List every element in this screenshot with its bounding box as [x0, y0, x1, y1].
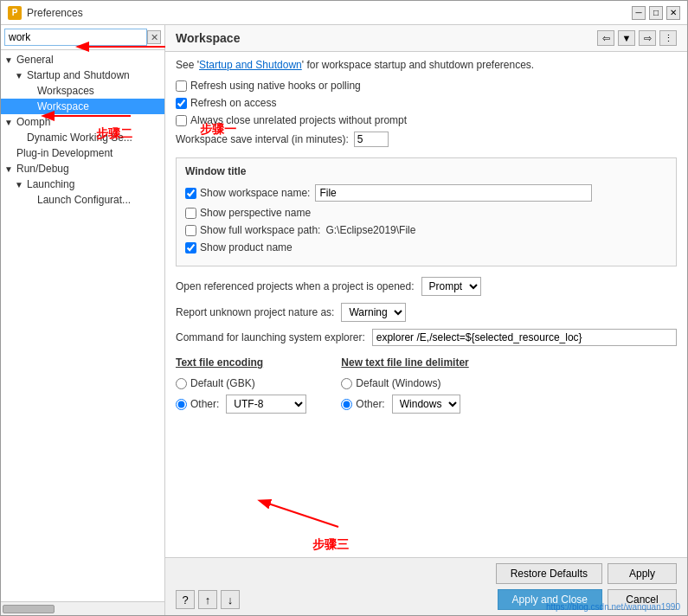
sidebar: ✕ ▼General ▼Startup and Shutdown Workspa…	[1, 25, 165, 615]
show-full-path-checkbox[interactable]	[185, 225, 196, 236]
workspace-name-input[interactable]	[315, 184, 592, 202]
close-unrelated-checkbox[interactable]	[176, 115, 187, 126]
minimize-button[interactable]: ─	[632, 6, 646, 20]
encoding-other-select[interactable]: UTF-8 UTF-16 ISO-8859-1 US-ASCII	[226, 395, 306, 414]
encoding-default-radio[interactable]	[176, 378, 187, 389]
nav-dropdown[interactable]: ▼	[618, 30, 635, 46]
panel-header: Workspace ⇦ ▼ ⇨ ⋮	[165, 25, 687, 52]
line-delimiter-group: New text file line delimiter Default (Wi…	[341, 356, 468, 414]
expand-icon: ▼	[15, 180, 27, 189]
close-unrelated-row: Always close unrelated projects without …	[176, 114, 677, 126]
delimiter-other-row: Other: Windows Unix Mac	[341, 395, 468, 414]
panel-title: Workspace	[176, 31, 240, 45]
line-delimiter-title: New text file line delimiter	[341, 356, 468, 369]
refresh-native-label[interactable]: Refresh using native hooks or polling	[176, 80, 361, 92]
show-full-path-row: Show full workspace path: G:\Eclipse2019…	[185, 224, 667, 236]
tree-item-oomph[interactable]: ▼Oomph	[1, 114, 164, 130]
open-referenced-label: Open referenced projects when a project …	[176, 280, 415, 292]
show-full-path-label[interactable]: Show full workspace path:	[185, 224, 320, 236]
close-button[interactable]: ✕	[666, 6, 680, 20]
show-product-text: Show product name	[200, 241, 293, 253]
preferences-window: P Preferences ─ □ ✕ ✕ ▼General ▼Startup …	[0, 0, 688, 616]
show-perspective-row: Show perspective name	[185, 207, 667, 219]
back-button[interactable]: ⇦	[597, 30, 614, 46]
search-input[interactable]	[4, 29, 147, 46]
show-full-path-text: Show full workspace path:	[200, 224, 320, 236]
tree-item-plugin[interactable]: Plug-in Development	[1, 145, 164, 161]
tree-item-general[interactable]: ▼General	[1, 52, 164, 67]
show-perspective-text: Show perspective name	[200, 207, 311, 219]
command-explorer-label: Command for launching system explorer:	[176, 331, 365, 343]
menu-button[interactable]: ⋮	[659, 30, 677, 46]
delimiter-other-label: Other:	[356, 398, 384, 410]
save-interval-label: Workspace save interval (in minutes):	[176, 133, 349, 145]
bottom-row1: Restore Defaults Apply	[176, 563, 677, 584]
show-perspective-label[interactable]: Show perspective name	[185, 207, 311, 219]
command-explorer-input[interactable]	[372, 329, 677, 346]
full-path-value: G:\Eclipse2019\File	[325, 224, 415, 236]
search-box: ✕	[1, 25, 164, 50]
import-button[interactable]: ↓	[221, 590, 240, 609]
panel-nav: ⇦ ▼ ⇨ ⋮	[597, 30, 677, 46]
unknown-nature-label: Report unknown project nature as:	[176, 306, 334, 318]
delimiter-default-radio[interactable]	[341, 378, 352, 389]
tree-item-startup[interactable]: ▼Startup and Shutdown	[1, 67, 164, 83]
expand-icon	[25, 196, 37, 205]
main-content: ✕ ▼General ▼Startup and Shutdown Workspa…	[1, 25, 687, 615]
show-product-row: Show product name	[185, 241, 667, 253]
expand-icon: ▼	[4, 164, 16, 174]
show-product-label[interactable]: Show product name	[185, 241, 293, 253]
delimiter-other-select[interactable]: Windows Unix Mac	[392, 395, 460, 414]
tree-item-launching[interactable]: ▼Launching	[1, 176, 164, 192]
section-desc: See 'Startup and Shutdown' for workspace…	[176, 59, 677, 71]
apply-button[interactable]: Apply	[608, 563, 677, 584]
show-workspace-name-label[interactable]: Show workspace name:	[185, 187, 310, 199]
tree-item-rundebug[interactable]: ▼Run/Debug	[1, 161, 164, 176]
show-product-checkbox[interactable]	[185, 242, 196, 253]
maximize-button[interactable]: □	[649, 6, 663, 20]
bottom-left-icons: ? ↑ ↓	[176, 590, 240, 609]
restore-defaults-button[interactable]: Restore Defaults	[496, 563, 602, 584]
refresh-access-label[interactable]: Refresh on access	[176, 97, 276, 109]
desc-after: ' for workspace startup and shutdown pre…	[302, 59, 534, 71]
open-referenced-select[interactable]: Prompt Always Never	[421, 277, 481, 296]
unknown-nature-select[interactable]: Warning Error Ignore	[341, 303, 406, 322]
show-perspective-checkbox[interactable]	[185, 208, 196, 219]
forward-button[interactable]: ⇨	[639, 30, 656, 46]
help-button[interactable]: ?	[176, 590, 195, 609]
encoding-other-radio[interactable]	[176, 399, 187, 410]
expand-icon: ▼	[4, 55, 16, 65]
close-unrelated-label[interactable]: Always close unrelated projects without …	[176, 114, 407, 126]
encoding-default-row: Default (GBK)	[176, 377, 306, 389]
unknown-nature-row: Report unknown project nature as: Warnin…	[176, 303, 677, 322]
window-title: Preferences	[27, 7, 632, 19]
refresh-access-checkbox[interactable]	[176, 98, 187, 109]
scrollbar-thumb[interactable]	[3, 605, 55, 613]
tree-item-workspaces[interactable]: Workspaces	[1, 83, 164, 99]
desc-before: See '	[176, 59, 199, 71]
refresh-access-text: Refresh on access	[190, 97, 276, 109]
right-panel: Workspace ⇦ ▼ ⇨ ⋮ See 'Startup and Shutd…	[165, 25, 687, 615]
refresh-native-row: Refresh using native hooks or polling	[176, 80, 677, 92]
save-interval-input[interactable]	[354, 132, 389, 147]
show-workspace-name-checkbox[interactable]	[185, 188, 196, 199]
export-button[interactable]: ↑	[198, 590, 217, 609]
refresh-native-checkbox[interactable]	[176, 80, 187, 92]
encoding-default-label: Default (GBK)	[190, 377, 255, 389]
delimiter-other-radio[interactable]	[341, 399, 352, 410]
window-title-group: Window title Show workspace name: Show p…	[176, 157, 677, 266]
startup-shutdown-link[interactable]: Startup and Shutdown	[199, 59, 302, 71]
expand-icon	[25, 87, 37, 96]
panel-body: See 'Startup and Shutdown' for workspace…	[165, 52, 687, 557]
search-clear-button[interactable]: ✕	[147, 30, 161, 44]
close-unrelated-text: Always close unrelated projects without …	[190, 114, 407, 126]
encoding-other-label: Other:	[190, 398, 219, 410]
watermark: https://blog.csdn.net/wanquan1990	[546, 602, 680, 612]
tree-item-dynamic[interactable]: Dynamic Working Se...	[1, 130, 164, 145]
text-encoding-title: Text file encoding	[176, 356, 306, 369]
sidebar-scrollbar[interactable]	[1, 601, 164, 615]
tree-item-launchconfig[interactable]: Launch Configurat...	[1, 192, 164, 208]
tree-item-workspace[interactable]: Workspace	[1, 99, 164, 114]
expand-icon	[15, 133, 27, 143]
expand-icon	[25, 102, 37, 112]
